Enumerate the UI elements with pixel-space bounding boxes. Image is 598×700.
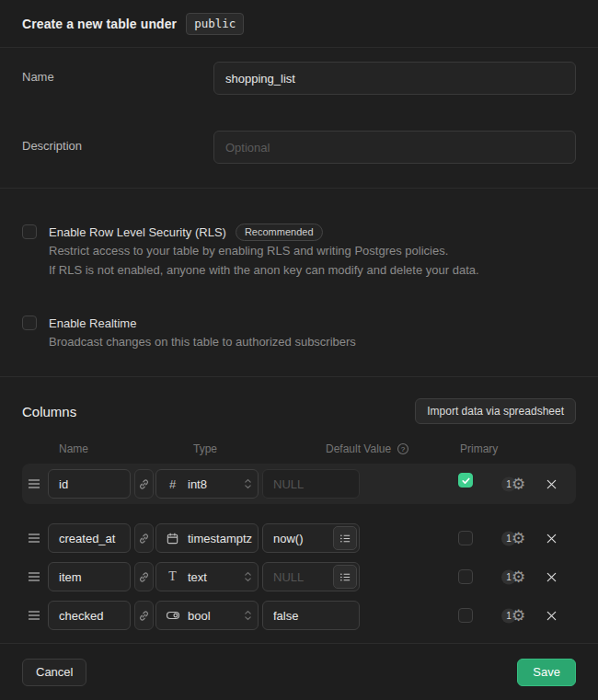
chevron-updown-icon bbox=[244, 569, 252, 584]
column-row-checked: bool 1 ⚙ bbox=[22, 599, 576, 632]
column-header-default: Default Value ? bbox=[326, 442, 409, 455]
column-name-input[interactable] bbox=[48, 523, 131, 553]
dialog-header: Create a new table under public bbox=[0, 0, 598, 48]
gear-icon: ⚙ bbox=[512, 569, 525, 585]
rls-description-line1: Restrict access to your table by enablin… bbox=[49, 241, 479, 260]
help-icon[interactable]: ? bbox=[397, 442, 409, 455]
column-row-item: T text 1 ⚙ bbox=[22, 560, 576, 593]
column-type-select[interactable]: bool bbox=[155, 601, 259, 630]
column-name-input[interactable] bbox=[48, 562, 131, 591]
realtime-checkbox[interactable] bbox=[22, 316, 37, 330]
name-form-row: Name bbox=[22, 62, 576, 95]
recommended-badge: Recommended bbox=[236, 224, 323, 241]
column-type-select[interactable]: # int8 bbox=[155, 469, 259, 499]
table-options-section: Enable Row Level Security (RLS) Recommen… bbox=[0, 189, 598, 377]
chevron-updown-icon bbox=[244, 476, 252, 491]
gear-icon: ⚙ bbox=[512, 608, 525, 624]
rls-description-line2: If RLS is not enabled, anyone with the a… bbox=[49, 260, 479, 280]
description-form-row: Description bbox=[22, 131, 576, 164]
default-suggestions-icon[interactable] bbox=[333, 565, 357, 589]
column-header-name: Name bbox=[59, 442, 88, 455]
toggle-icon bbox=[165, 608, 180, 623]
remove-column-icon[interactable] bbox=[544, 569, 558, 584]
column-row-created-at: timestamptz 1 ⚙ bbox=[22, 522, 576, 555]
default-suggestions-icon[interactable] bbox=[333, 526, 357, 550]
primary-key-checkbox[interactable] bbox=[458, 608, 473, 623]
drag-handle-icon[interactable] bbox=[28, 610, 40, 621]
dialog-footer: Cancel Save bbox=[0, 644, 598, 700]
primary-key-checkbox[interactable] bbox=[458, 531, 473, 545]
column-settings-button[interactable]: 1 ⚙ bbox=[501, 476, 525, 492]
calendar-icon bbox=[165, 532, 180, 545]
column-type-select[interactable]: timestamptz bbox=[155, 523, 259, 553]
name-label: Name bbox=[22, 62, 213, 84]
save-button[interactable]: Save bbox=[517, 659, 576, 686]
foreign-key-link-icon[interactable] bbox=[134, 601, 154, 630]
column-settings-button[interactable]: 1 ⚙ bbox=[501, 608, 525, 624]
column-settings-button[interactable]: 1 ⚙ bbox=[501, 531, 525, 546]
foreign-key-link-icon[interactable] bbox=[134, 562, 154, 591]
table-details-section: Name Description bbox=[0, 48, 598, 189]
chevron-updown-icon bbox=[244, 608, 252, 623]
column-type-select[interactable]: T text bbox=[155, 562, 259, 591]
hash-icon: # bbox=[165, 477, 180, 491]
drag-handle-icon[interactable] bbox=[28, 571, 40, 582]
realtime-block: Enable Realtime Broadcast changes on thi… bbox=[22, 314, 576, 351]
realtime-title: Enable Realtime bbox=[49, 316, 136, 330]
remove-column-icon[interactable] bbox=[544, 531, 558, 545]
gear-icon: ⚙ bbox=[512, 476, 525, 492]
column-name-input[interactable] bbox=[48, 601, 131, 630]
column-default-input[interactable] bbox=[262, 601, 360, 630]
svg-text:?: ? bbox=[401, 445, 406, 453]
dialog-title: Create a new table under bbox=[22, 17, 177, 31]
drag-handle-icon[interactable] bbox=[28, 478, 40, 489]
rls-checkbox[interactable] bbox=[22, 224, 37, 239]
columns-section: Columns Import data via spreadsheet Name… bbox=[0, 377, 598, 644]
column-name-input[interactable] bbox=[48, 469, 131, 499]
primary-key-checkbox[interactable] bbox=[458, 473, 473, 488]
text-icon: T bbox=[165, 569, 180, 584]
remove-column-icon[interactable] bbox=[544, 608, 558, 623]
primary-key-checkbox[interactable] bbox=[458, 569, 473, 584]
table-description-input[interactable] bbox=[213, 131, 576, 164]
column-header-primary: Primary bbox=[460, 442, 498, 455]
rls-title: Enable Row Level Security (RLS) bbox=[49, 225, 226, 239]
import-spreadsheet-button[interactable]: Import data via spreadsheet bbox=[415, 398, 576, 424]
column-row-id: # int8 1 ⚙ bbox=[22, 464, 576, 504]
cancel-button[interactable]: Cancel bbox=[22, 659, 86, 686]
create-table-dialog: Create a new table under public Name Des… bbox=[0, 0, 598, 700]
columns-table-header: Name Type Default Value ? Primary bbox=[22, 442, 576, 457]
drag-handle-icon[interactable] bbox=[28, 533, 40, 544]
schema-badge: public bbox=[186, 13, 244, 35]
columns-title: Columns bbox=[22, 404, 76, 419]
foreign-key-link-icon[interactable] bbox=[134, 469, 154, 499]
column-header-type: Type bbox=[193, 442, 217, 455]
table-name-input[interactable] bbox=[213, 62, 576, 95]
gear-icon: ⚙ bbox=[512, 531, 525, 546]
description-label: Description bbox=[22, 131, 213, 153]
column-default-input bbox=[262, 469, 360, 499]
column-settings-button[interactable]: 1 ⚙ bbox=[501, 569, 525, 585]
remove-column-icon[interactable] bbox=[544, 476, 558, 491]
foreign-key-link-icon[interactable] bbox=[134, 523, 154, 553]
realtime-description: Broadcast changes on this table to autho… bbox=[49, 332, 356, 351]
rls-block: Enable Row Level Security (RLS) Recommen… bbox=[22, 223, 576, 280]
